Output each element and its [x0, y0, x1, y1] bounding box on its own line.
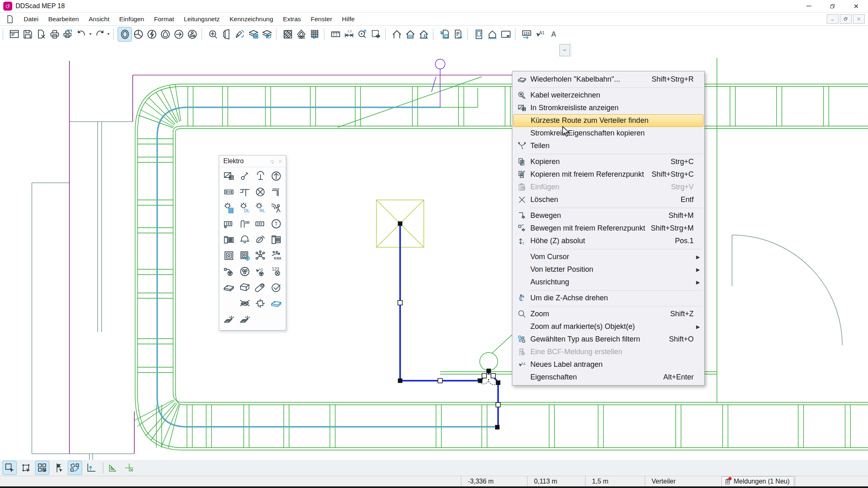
trade-heating-button[interactable] — [131, 27, 145, 41]
context-item-14[interactable]: Von letzter Position▶ — [513, 263, 703, 276]
page-frame-button[interactable] — [472, 27, 485, 41]
trade-ventilation-button[interactable] — [172, 27, 185, 41]
close-icon[interactable] — [276, 157, 284, 165]
palette-junction-box-button[interactable] — [221, 184, 237, 200]
import-document-button[interactable] — [438, 27, 451, 41]
hatch-pattern-button[interactable] — [294, 27, 308, 41]
palette-cable-definition-button[interactable] — [221, 264, 237, 279]
menu-ansicht[interactable]: Ansicht — [84, 13, 114, 25]
numbering-button[interactable]: 123 — [520, 27, 533, 41]
trade-components-button[interactable] — [185, 27, 199, 41]
close-button[interactable]: × — [844, 0, 868, 12]
context-item-16[interactable]: zUm die Z-Achse drehen — [513, 292, 703, 304]
pen-update-button[interactable] — [233, 27, 247, 41]
context-item-19[interactable]: Gewählten Typ aus Bereich filternShift+O — [513, 333, 703, 346]
label-new-button[interactable]: A1 — [533, 27, 547, 41]
help-curl-icon[interactable] — [268, 157, 276, 165]
palette-thermostat-button[interactable]: T — [268, 216, 284, 232]
save-button[interactable] — [21, 27, 34, 41]
selected-cable[interactable] — [400, 224, 500, 427]
palette-motion-detector-button[interactable] — [268, 200, 284, 216]
palette-lamp-symbol-button[interactable] — [253, 184, 269, 200]
toolbar-grip[interactable] — [201, 29, 204, 40]
toolbar-grip[interactable] — [2, 29, 5, 40]
palette-solar-panel-light-button[interactable] — [221, 311, 237, 327]
toolbar-grip[interactable] — [515, 29, 518, 40]
palette-header[interactable]: Elektro — [219, 155, 286, 167]
palette-duct-3d-button[interactable] — [237, 279, 253, 295]
hatch-area-button[interactable] — [281, 27, 294, 41]
palette-light-rl-button[interactable]: RL — [253, 200, 269, 216]
layer-table-button[interactable] — [247, 27, 260, 41]
riser-symbol[interactable] — [432, 59, 445, 107]
select-same-button[interactable] — [36, 461, 49, 475]
palette-tray-blocked-button[interactable] — [237, 295, 253, 311]
palette-radiator-button[interactable] — [253, 216, 269, 232]
storey-roof-button[interactable] — [390, 27, 403, 41]
mdi-close-button[interactable] — [853, 14, 865, 24]
context-item-21[interactable]: A1Neues Label antragen — [513, 358, 703, 371]
export-list-button[interactable] — [451, 27, 465, 41]
hatch-rotate-button[interactable] — [308, 27, 321, 41]
palette-light-dl-button[interactable]: DL — [237, 200, 253, 216]
select-frame-button[interactable] — [19, 461, 33, 475]
print-copies-button[interactable] — [61, 27, 75, 41]
redo-dropdown[interactable] — [106, 27, 111, 41]
menu-bearbeiten[interactable]: Bearbeiten — [43, 13, 84, 25]
palette-knx-bus-button[interactable]: KNX — [268, 248, 284, 264]
view-combo-dropdown[interactable] — [559, 44, 570, 56]
context-item-3[interactable]: Kürzeste Route zum Verteiler finden — [513, 114, 703, 127]
undo-button[interactable] — [75, 27, 88, 41]
layer-hide-button[interactable] — [260, 27, 274, 41]
toolbar-grip[interactable] — [433, 29, 436, 40]
view-3d-button[interactable] — [220, 27, 233, 41]
measure-angle-button[interactable] — [106, 461, 120, 475]
menu-extras[interactable]: Extras — [278, 13, 306, 25]
context-item-5[interactable]: Teilen — [513, 140, 703, 152]
palette-telephone-button[interactable] — [221, 232, 237, 248]
context-item-13[interactable]: Vom Cursor▶ — [513, 251, 703, 263]
context-item-2[interactable]: In Stromkreisliste anzeigen — [513, 102, 703, 114]
text-label-button[interactable]: A — [547, 27, 560, 41]
palette-socket-symbol-button[interactable] — [253, 168, 269, 184]
palette-socket-programm-button[interactable] — [237, 248, 253, 264]
context-item-4[interactable]: Stromkreis-Eigenschaften kopieren — [513, 127, 703, 140]
menu-datei[interactable]: Datei — [19, 13, 43, 25]
mdi-restore-button[interactable] — [840, 14, 852, 24]
messages-button[interactable]: Meldungen (1 Neu) — [721, 476, 794, 487]
context-item-22[interactable]: EigenschaftenAlt+Enter — [513, 371, 703, 384]
trade-cad-button[interactable] — [118, 27, 131, 41]
palette-tray-highlight-button[interactable] — [268, 295, 284, 311]
delete-document-button[interactable] — [34, 27, 48, 41]
select-single-button[interactable] — [3, 461, 16, 475]
context-item-9[interactable]: LöschenEntf — [513, 193, 703, 206]
storey-middle-button[interactable] — [403, 27, 417, 41]
toolbar-grip[interactable] — [324, 29, 327, 40]
menu-hilfe[interactable]: Hilfe — [337, 13, 360, 25]
storey-select-button[interactable] — [485, 27, 499, 41]
viewport-button[interactable] — [499, 27, 512, 41]
mdi-minimize-button[interactable] — [827, 14, 839, 24]
palette-control-cabinet-button[interactable] — [268, 232, 284, 248]
context-item-17[interactable]: ZoomShift+Z — [513, 308, 703, 320]
palette-socket-outlet-button[interactable] — [221, 248, 237, 264]
menu-format[interactable]: Format — [149, 13, 179, 25]
palette-distribution-riser-button[interactable] — [268, 168, 284, 184]
context-item-6[interactable]: KopierenStrg+C — [513, 155, 703, 168]
snap-point-button[interactable] — [122, 461, 136, 475]
palette-box-blocked-button[interactable] — [253, 295, 269, 311]
palette-network-star-button[interactable] — [253, 248, 269, 264]
context-item-12[interactable]: zHöhe (Z) absolutPos.1 — [513, 235, 703, 247]
new-document-icon[interactable] — [5, 14, 15, 24]
toolbar-grip[interactable] — [113, 29, 116, 40]
palette-terminal-strip-button[interactable] — [268, 184, 284, 200]
axis-origin-button[interactable] — [85, 461, 98, 475]
menu-leitungsnetz[interactable]: Leitungsnetz — [179, 13, 225, 25]
zoom-object-button[interactable] — [356, 27, 369, 41]
toolbar-grip[interactable] — [276, 29, 279, 40]
select-transform-button[interactable] — [68, 461, 82, 475]
menu-einfügen[interactable]: Einfügen — [114, 13, 149, 25]
palette-switch-symbol-button[interactable] — [237, 168, 253, 184]
palette-cable-tray-3d-button[interactable] — [221, 279, 237, 295]
window-options-button[interactable] — [7, 27, 21, 41]
